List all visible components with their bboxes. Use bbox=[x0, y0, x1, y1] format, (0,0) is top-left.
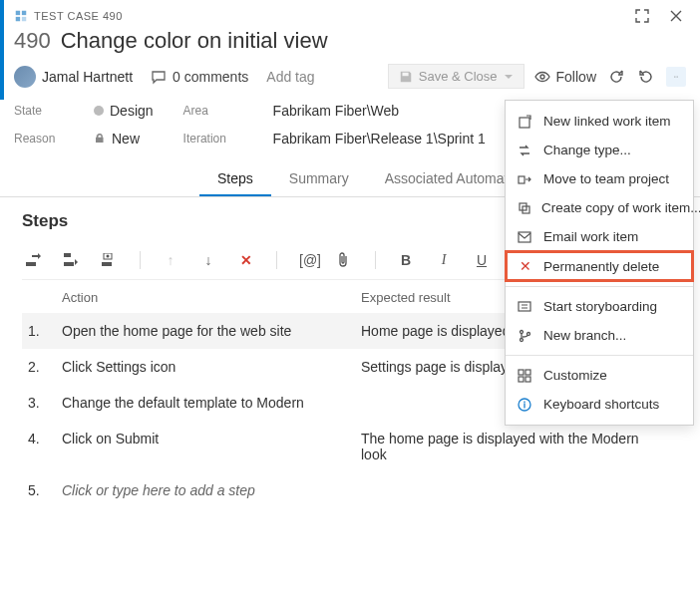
step-expected[interactable]: The home page is displayed with the Mode… bbox=[361, 431, 678, 462]
storyboard-icon bbox=[518, 300, 533, 314]
menu-new-branch[interactable]: New branch... bbox=[506, 321, 693, 350]
state-label: State bbox=[14, 104, 74, 118]
assignee-field[interactable]: Jamal Hartnett bbox=[14, 66, 133, 88]
step-number: 1. bbox=[22, 323, 62, 339]
menu-label: Permanently delete bbox=[543, 259, 659, 274]
add-tag-link[interactable]: Add tag bbox=[266, 69, 314, 85]
insert-step-icon[interactable] bbox=[26, 253, 42, 267]
svg-rect-12 bbox=[102, 262, 112, 266]
follow-button[interactable]: Follow bbox=[534, 69, 596, 85]
reason-field[interactable]: 🔒︎New bbox=[94, 131, 154, 147]
menu-label: Move to team project bbox=[543, 171, 669, 186]
email-icon bbox=[518, 231, 533, 243]
menu-keyboard-shortcuts[interactable]: Keyboard shortcuts bbox=[506, 390, 693, 419]
menu-start-storyboarding[interactable]: Start storyboarding bbox=[506, 292, 693, 321]
step-number: 5. bbox=[22, 482, 62, 498]
assignee-name: Jamal Hartnett bbox=[42, 69, 133, 85]
revert-icon[interactable] bbox=[636, 67, 656, 87]
state-dot-icon bbox=[94, 106, 104, 116]
iteration-value: Fabrikam Fiber\Release 1\Sprint 1 bbox=[273, 131, 486, 147]
reason-value: New bbox=[112, 131, 140, 147]
comments-text: 0 comments bbox=[173, 69, 248, 85]
svg-rect-26 bbox=[519, 377, 524, 382]
svg-rect-2 bbox=[16, 17, 20, 21]
area-field[interactable]: Fabrikam Fiber\Web bbox=[273, 103, 486, 119]
bold-icon[interactable]: B bbox=[398, 252, 414, 268]
svg-rect-20 bbox=[519, 302, 530, 311]
svg-point-21 bbox=[521, 330, 524, 333]
state-field[interactable]: Design bbox=[94, 103, 154, 119]
more-actions-menu: New linked work item Change type... Move… bbox=[505, 100, 694, 426]
menu-label: New branch... bbox=[543, 328, 626, 343]
fullscreen-icon[interactable] bbox=[632, 6, 652, 26]
svg-point-4 bbox=[540, 75, 544, 79]
more-actions-button[interactable] bbox=[666, 67, 686, 87]
svg-rect-19 bbox=[519, 232, 530, 242]
step-action[interactable]: Change the default template to Modern bbox=[62, 395, 361, 411]
step-action[interactable]: Click on Submit bbox=[62, 431, 361, 446]
close-icon[interactable] bbox=[666, 6, 686, 26]
move-down-icon[interactable]: ↓ bbox=[200, 252, 216, 268]
menu-create-copy[interactable]: Create copy of work item... bbox=[506, 193, 693, 222]
menu-customize[interactable]: Customize bbox=[506, 361, 693, 390]
underline-icon[interactable]: U bbox=[474, 252, 490, 268]
tab-steps[interactable]: Steps bbox=[199, 162, 271, 196]
move-up-icon: ↑ bbox=[163, 252, 178, 268]
tab-summary[interactable]: Summary bbox=[271, 162, 367, 196]
save-icon bbox=[399, 70, 413, 84]
svg-rect-27 bbox=[525, 377, 530, 382]
step-action[interactable]: Open the home page for the web site bbox=[62, 323, 361, 339]
insert-params-icon[interactable] bbox=[102, 253, 118, 267]
menu-new-linked-work-item[interactable]: New linked work item bbox=[506, 107, 693, 136]
svg-rect-16 bbox=[519, 176, 525, 183]
step-number: 2. bbox=[22, 359, 62, 375]
iteration-field[interactable]: Fabrikam Fiber\Release 1\Sprint 1 bbox=[273, 131, 486, 147]
menu-move-to-team-project[interactable]: Move to team project bbox=[506, 164, 693, 193]
menu-label: Keyboard shortcuts bbox=[543, 397, 659, 412]
menu-change-type[interactable]: Change type... bbox=[506, 136, 693, 164]
test-case-icon bbox=[14, 9, 28, 23]
italic-icon[interactable]: I bbox=[436, 252, 452, 268]
customize-icon bbox=[518, 369, 533, 383]
svg-rect-0 bbox=[16, 11, 20, 15]
refresh-icon[interactable] bbox=[606, 67, 626, 87]
work-item-title[interactable]: Change color on initial view bbox=[61, 28, 328, 54]
menu-permanently-delete[interactable]: ✕ Permanently delete bbox=[506, 251, 693, 281]
toolbar-separator bbox=[140, 251, 141, 269]
svg-point-6 bbox=[676, 76, 677, 77]
svg-rect-1 bbox=[22, 11, 26, 15]
comment-icon bbox=[151, 69, 167, 85]
delete-step-icon[interactable]: ✕ bbox=[238, 252, 254, 268]
iteration-label: Iteration bbox=[183, 132, 253, 146]
attach-icon[interactable] bbox=[337, 252, 353, 268]
menu-label: Start storyboarding bbox=[543, 299, 657, 314]
new-linked-icon bbox=[518, 115, 533, 129]
work-item-color-bar bbox=[0, 0, 4, 100]
step-placeholder[interactable]: Click or type here to add a step bbox=[62, 482, 361, 498]
col-action: Action bbox=[62, 290, 361, 305]
table-row[interactable]: 5. Click or type here to add a step bbox=[22, 472, 678, 508]
step-number: 3. bbox=[22, 395, 62, 411]
move-icon bbox=[518, 172, 533, 186]
copy-icon bbox=[518, 201, 531, 215]
menu-separator bbox=[506, 286, 693, 287]
state-value: Design bbox=[110, 103, 154, 119]
svg-point-5 bbox=[674, 76, 675, 77]
svg-point-22 bbox=[521, 338, 524, 341]
table-row[interactable]: 4. Click on Submit The home page is disp… bbox=[22, 421, 678, 472]
type-text: TEST CASE 490 bbox=[34, 10, 123, 22]
menu-label: Change type... bbox=[543, 143, 631, 157]
svg-rect-8 bbox=[26, 262, 36, 266]
insert-shared-step-icon[interactable] bbox=[64, 253, 80, 267]
svg-rect-9 bbox=[32, 255, 38, 257]
svg-rect-15 bbox=[520, 118, 529, 128]
change-type-icon bbox=[518, 144, 533, 157]
eye-icon bbox=[534, 69, 550, 85]
step-action[interactable]: Click Settings icon bbox=[62, 359, 361, 375]
mention-icon[interactable]: [@] bbox=[299, 252, 315, 268]
comments-link[interactable]: 0 comments bbox=[151, 69, 248, 85]
chevron-down-icon bbox=[504, 72, 514, 82]
menu-email-work-item[interactable]: Email work item bbox=[506, 222, 693, 251]
save-close-button: Save & Close bbox=[388, 64, 525, 89]
menu-label: New linked work item bbox=[543, 114, 671, 129]
